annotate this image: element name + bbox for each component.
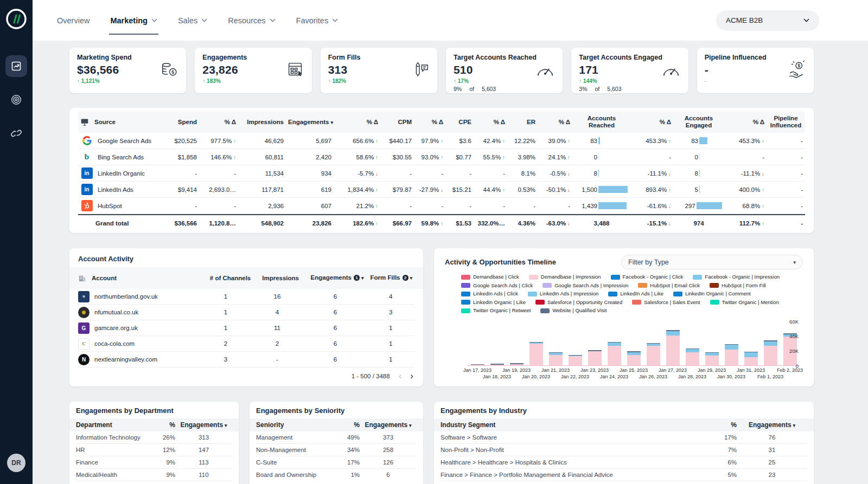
- chart-bar[interactable]: [666, 330, 680, 365]
- chart-bar[interactable]: [627, 351, 641, 365]
- column-header-impressions[interactable]: Impressions: [255, 275, 307, 282]
- column-header-accounts-reached[interactable]: Accounts Reached: [572, 115, 631, 129]
- cocacola-logo: C: [78, 338, 90, 350]
- chart-bar[interactable]: [588, 350, 602, 365]
- column-header-pct[interactable]: %: [331, 421, 360, 429]
- cell-value: 83: [575, 138, 597, 144]
- column-header-cpm[interactable]: CPM: [380, 119, 414, 125]
- column-header-engagements[interactable]: Engagements▾: [360, 421, 417, 429]
- cell-15: 112.7% ↑: [724, 220, 767, 227]
- chart-bar[interactable]: [471, 364, 484, 365]
- chart-bar[interactable]: [529, 342, 543, 365]
- link-icon[interactable]: [5, 122, 27, 144]
- nav-item-sales[interactable]: Sales: [178, 0, 207, 41]
- column-header-pct[interactable]: %: [147, 421, 175, 429]
- reports-icon[interactable]: [5, 55, 27, 77]
- table-row: Non-Management34%258: [256, 444, 417, 456]
- column-header--[interactable]: % Δ: [474, 119, 507, 125]
- nav-item-marketing[interactable]: Marketing: [110, 0, 157, 41]
- column-header-engagements[interactable]: Engagements▾: [737, 421, 807, 429]
- chart-bar[interactable]: [705, 352, 719, 365]
- bar-segment: [666, 335, 680, 365]
- hand-coin-icon: $: [786, 59, 807, 82]
- column-header--[interactable]: % Δ: [631, 119, 673, 125]
- bar-segment: [686, 352, 699, 365]
- cell-5: 58.6% ↑: [334, 154, 380, 160]
- legend-item[interactable]: LinkedIn Ads | Like: [608, 290, 663, 298]
- target-icon[interactable]: [5, 89, 27, 111]
- cell-16: -: [767, 203, 805, 209]
- column-header--[interactable]: % Δ: [538, 119, 572, 125]
- cell-7: -: [414, 170, 445, 177]
- nav-item-resources[interactable]: Resources: [228, 0, 275, 41]
- row-engagements: 31: [737, 447, 807, 453]
- legend-label: Salesforce | Opportunity Created: [547, 299, 622, 307]
- legend-item[interactable]: Google Search Ads | Impression: [542, 282, 628, 290]
- topbar: OverviewMarketingSalesResourcesFavorites…: [33, 0, 868, 41]
- chart-bar[interactable]: [725, 344, 738, 365]
- legend-item[interactable]: Salesforce | Sales Event: [632, 299, 700, 307]
- chart-bar[interactable]: [608, 342, 621, 365]
- legend-item[interactable]: HubSpot | Email Click: [638, 282, 700, 290]
- column-header--[interactable]: % Δ: [724, 119, 767, 125]
- chart-bar[interactable]: [764, 340, 777, 365]
- nav-item-favorites[interactable]: Favorites: [296, 0, 339, 41]
- chart-bar[interactable]: [569, 355, 582, 365]
- legend-item[interactable]: Facebook - Organic | Click: [611, 273, 684, 281]
- form-cursor-icon: [285, 59, 305, 82]
- cell-15: 68.8% ↑: [724, 203, 767, 209]
- kpi-card-4: Target Accounts Reached510↑ 17%9%of5,603: [446, 48, 563, 93]
- column-header-pct[interactable]: %: [693, 421, 737, 429]
- nav-item-overview[interactable]: Overview: [57, 0, 90, 41]
- column-header--[interactable]: % Δ: [334, 119, 380, 125]
- table-row: Finance9%113: [76, 456, 232, 469]
- legend-item[interactable]: LinkedIn Ads | Click: [461, 290, 518, 298]
- column-header-engagements[interactable]: Engagements▾: [175, 421, 232, 429]
- legend-item[interactable]: Twitter Organic | Mention: [710, 299, 779, 307]
- chart-bar[interactable]: [744, 352, 758, 365]
- column-header-form-fills[interactable]: Form Fills2▾: [368, 274, 414, 282]
- chart-bar[interactable]: [647, 343, 660, 365]
- column-header-spend[interactable]: Spend: [162, 119, 199, 125]
- legend-item[interactable]: LinkedIn Ads | Impression: [528, 290, 599, 298]
- x-axis-label: Jan 25, 2023: [616, 367, 651, 373]
- column-header-engagements[interactable]: Engagements▾: [286, 119, 334, 125]
- prev-page-icon[interactable]: ‹: [399, 371, 402, 380]
- legend-item[interactable]: Demandbase | Click: [461, 273, 519, 281]
- column-header--of-channels[interactable]: # of Channels: [206, 275, 254, 282]
- cell-6: -: [380, 170, 414, 177]
- column-header-cpe[interactable]: CPE: [445, 119, 474, 125]
- column-header-pipeline-influenced[interactable]: Pipeline Influenced: [767, 115, 805, 129]
- legend-item[interactable]: LinkedIn Organic | Comment: [673, 290, 751, 298]
- bar-segment: [705, 356, 719, 365]
- up-arrow-icon: ↑: [439, 154, 443, 160]
- chart-bar[interactable]: [510, 363, 524, 365]
- chart-bar[interactable]: [549, 352, 563, 365]
- cell-16: -: [767, 186, 805, 193]
- column-header--[interactable]: % Δ: [414, 119, 445, 125]
- app-logo[interactable]: [6, 9, 27, 29]
- chart-bar[interactable]: [490, 364, 504, 365]
- column-header-accounts-engaged[interactable]: Accounts Engaged: [673, 115, 724, 129]
- column-header--[interactable]: % Δ: [199, 119, 238, 125]
- column-header-er[interactable]: ER: [507, 119, 538, 125]
- user-avatar[interactable]: DR: [7, 454, 25, 472]
- legend-item[interactable]: HubSpot | Form Fill: [710, 282, 766, 290]
- legend-item[interactable]: Twitter Organic | Retweet: [461, 307, 531, 315]
- legend-item[interactable]: LinkedIn Organic | Like: [461, 299, 526, 307]
- legend-item[interactable]: Website | Qualified Visit: [540, 307, 607, 315]
- legend-item[interactable]: Demandbase | Impression: [529, 273, 601, 281]
- legend-swatch-icon: [608, 292, 617, 296]
- org-selector[interactable]: ACME B2B: [716, 10, 819, 31]
- column-header-impressions[interactable]: Impressions: [238, 119, 286, 125]
- next-page-icon[interactable]: ›: [410, 371, 413, 380]
- legend-item[interactable]: Facebook - Organic | Impression: [693, 273, 780, 281]
- legend-item[interactable]: Salesforce | Opportunity Created: [535, 299, 622, 307]
- legend-item[interactable]: Google Search Ads | Click: [461, 282, 533, 290]
- filter-by-type-select[interactable]: Filter by Type ▾: [621, 255, 803, 269]
- row-label: C-Suite: [256, 459, 331, 466]
- chart-bar[interactable]: [686, 349, 699, 365]
- x-axis-label: Jan 27, 2023: [655, 367, 690, 373]
- industry-title: Engagements by Industry: [434, 406, 814, 418]
- column-header-engagements[interactable]: Engagements1▾: [307, 274, 368, 282]
